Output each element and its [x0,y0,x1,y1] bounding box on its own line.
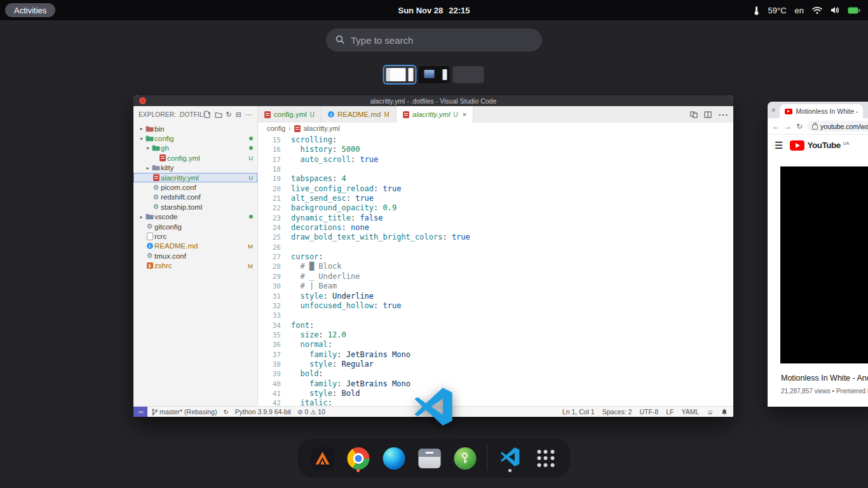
folder-icon [151,165,161,171]
close-button[interactable]: × [139,97,146,104]
tree-item-label: rcrc [154,233,253,240]
sync-changes-icon[interactable]: ↻ [223,409,228,416]
dock-item-keepassxc[interactable] [452,444,478,473]
thermometer-icon [754,6,759,15]
dock-item-edge[interactable] [381,444,407,473]
alacritty-icon [311,447,334,470]
clock[interactable]: Sun Nov 28 22:15 [398,0,470,20]
split-editor-icon[interactable] [704,111,712,118]
breadcrumb-folder[interactable]: config [267,125,285,132]
workspace-thumbnail-3[interactable] [453,66,484,83]
hamburger-menu-icon[interactable]: ☰ [775,140,783,151]
tree-item-rcrc[interactable]: rcrc [133,231,257,241]
chevron-right-icon[interactable]: ▸ [144,165,151,171]
encoding-item[interactable]: UTF-8 [639,408,658,416]
workspace-thumbnail-2[interactable] [419,66,450,83]
explorer-more-actions-icon[interactable]: ⋯ [245,111,252,119]
video-player[interactable] [780,166,868,363]
chrome-tabstrip: × Motionless In White - [768,102,868,118]
new-file-icon[interactable] [204,111,211,118]
chrome-tab-youtube[interactable]: Motionless In White - [780,104,863,118]
collapse-folders-icon[interactable]: ⊟ [236,111,241,119]
dock-item-alacritty[interactable] [309,444,336,473]
tab-alacritty-yml[interactable]: alacritty.yml U × [397,106,474,123]
dock-item-files[interactable] [416,444,443,473]
code-line: 20live_config_reload: true [258,184,733,194]
search-icon [336,35,344,46]
tree-item-tmux.conf[interactable]: ⚙tmux.conf [133,251,257,261]
dock-item-chrome[interactable] [345,444,372,473]
workspace-thumbnail-1[interactable] [384,66,416,83]
vscode-titlebar[interactable]: × alacritty.yml - .dotfiles - Visual Stu… [133,95,733,106]
tree-item-label: config [154,135,247,142]
system-status-area[interactable]: 59°C en [754,0,860,20]
remote-indicator[interactable]: >< [133,407,147,417]
code-line: 17 auto_scroll: true [258,155,733,165]
chevron-down-icon[interactable]: ▾ [144,146,151,151]
chevron-right-icon[interactable]: ▸ [138,214,145,220]
address-bar[interactable]: youtube.com/wa [807,121,868,132]
breadcrumb-file[interactable]: alacritty.yml [304,125,340,132]
git-status-badge: U [454,111,458,118]
cursor-position-item[interactable]: Ln 1, Col 1 [562,408,595,416]
chevron-right-icon[interactable]: ▸ [138,126,145,132]
tree-item-alacritty.yml[interactable]: alacritty.ymlU [133,173,257,182]
gear-file-icon: ⚙ [151,184,161,191]
close-tab-icon[interactable]: × [770,106,777,114]
explorer-title: EXPLORER: .DOTFILES [139,111,204,118]
vscode-logo-drag-ghost[interactable] [412,385,455,428]
tree-item-vscode[interactable]: ▸vscode [133,212,257,222]
code-line: 28 # █ Block [258,262,733,271]
yml-file-icon [158,154,167,161]
code-line: 34font: [258,321,733,330]
file-file-icon [145,233,154,240]
tree-item-kitty[interactable]: ▸kitty [133,163,257,173]
new-folder-icon[interactable] [215,111,222,118]
refresh-explorer-icon[interactable]: ↻ [226,111,232,119]
keyboard-layout-indicator[interactable]: en [795,6,804,15]
close-tab-icon[interactable]: × [463,111,466,118]
yml-file-icon [151,174,161,181]
language-mode-item[interactable]: YAML [681,408,699,416]
breadcrumb[interactable]: config › alacritty.yml [258,123,733,134]
indentation-item[interactable]: Spaces: 2 [602,408,632,416]
problems-item[interactable]: ⊘ 0 ⚠ 10 [297,408,325,416]
tree-item-config[interactable]: ▾config [133,133,257,143]
notifications-bell-icon[interactable] [721,409,728,416]
keepassxc-icon [454,447,476,470]
back-icon[interactable]: ← [772,122,780,131]
python-interpreter-item[interactable]: Python 3.9.9 64-bit [235,408,291,416]
forward-icon[interactable]: → [784,122,792,131]
search-input[interactable]: Type to search [326,29,542,51]
code-editor[interactable]: 15scrolling:16 history: 500017 auto_scro… [258,134,733,406]
tree-item-bin[interactable]: ▸bin [133,124,257,133]
tab-config-yml[interactable]: config.yml U [258,106,322,123]
running-indicator-dot [356,469,360,472]
show-applications-button[interactable] [532,444,559,473]
code-line: 30 # | Beam [258,281,733,291]
feedback-icon[interactable]: ☺ [707,408,714,416]
more-actions-icon[interactable]: ⋯ [718,109,728,121]
gear-file-icon: ⚙ [145,223,154,230]
tree-item-label: README.md [154,242,245,250]
open-changes-icon[interactable] [690,111,698,118]
eol-item[interactable]: LF [666,408,674,416]
dock-item-vscode[interactable] [497,444,524,473]
reload-icon[interactable]: ↻ [796,122,803,131]
git-branch-item[interactable]: master* (Rebasing) [152,408,217,416]
activities-button[interactable]: Activities [5,3,55,17]
git-status-badge: M [384,111,389,118]
tree-item-redshift.conf[interactable]: ⚙redshift.conf [133,193,257,202]
tree-item-gh[interactable]: ▾gh [133,144,257,153]
youtube-country-badge: UA [843,141,850,146]
tree-item-gitconfig[interactable]: ⚙gitconfig [133,222,257,231]
youtube-logo[interactable]: YouTube UA [790,140,849,151]
tree-item-README.md[interactable]: iREADME.mdM [133,241,257,251]
tree-item-starship.toml[interactable]: ⚙starship.toml [133,202,257,212]
tree-item-zshrc[interactable]: $zshrcM [133,261,257,270]
chevron-down-icon[interactable]: ▾ [138,136,145,142]
tree-item-config.yml[interactable]: config.ymlU [133,153,257,163]
gear-file-icon: ⚙ [151,194,161,201]
tab-readme-md[interactable]: i README.md M [322,106,397,123]
tree-item-picom.conf[interactable]: ⚙picom.conf [133,182,257,192]
